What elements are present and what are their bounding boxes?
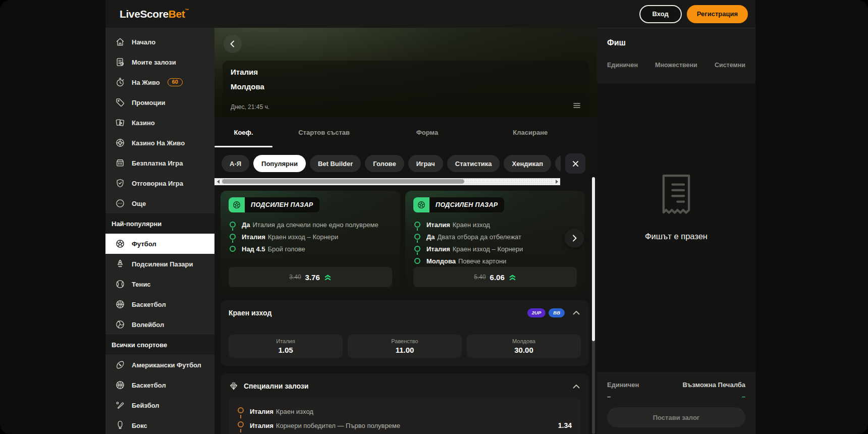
old-odds: 5.40 bbox=[474, 274, 485, 281]
boosted-odds-button[interactable]: 5.40 6.06 bbox=[413, 267, 577, 287]
american-football-icon bbox=[115, 360, 125, 370]
scrollbar-thumb[interactable] bbox=[222, 179, 464, 184]
market-header: Краен изход 2UP BB bbox=[229, 308, 581, 317]
sidebar-item-basketball-all[interactable]: Баскетбол bbox=[105, 375, 214, 395]
chip-halftime[interactable]: Полувреме bbox=[555, 155, 561, 172]
odds-boost-icon bbox=[509, 274, 516, 281]
selection: ИталияКраен изход – Корнери bbox=[229, 231, 392, 243]
boosted-badge-label: ПОДСИЛЕН ПАЗАР bbox=[245, 197, 319, 212]
betslip-tab-system[interactable]: Системни bbox=[715, 62, 745, 69]
scrollbar-track[interactable] bbox=[222, 178, 553, 185]
livescorebet-app: LiveScoreBet™ Вход Регистрация Начало Мо… bbox=[105, 0, 755, 434]
sidebar-item-boosted-markets[interactable]: Подсилени Пазари bbox=[105, 254, 214, 274]
chip-popular[interactable]: Популярни bbox=[253, 155, 306, 172]
match-header-card: Италия Молдова Днес, 21:45 ч. bbox=[223, 61, 589, 117]
odds-button-home[interactable]: Италия 1.05 bbox=[229, 335, 343, 358]
place-bet-button[interactable]: Постави залог bbox=[607, 407, 745, 427]
special-bet-card[interactable]: ИталияКраен изход ИталияКорнери победите… bbox=[229, 398, 581, 434]
scroll-left-arrow[interactable] bbox=[214, 178, 222, 185]
sidebar-item-home[interactable]: Начало bbox=[105, 32, 214, 52]
betslip-tab-multiple[interactable]: Множествени bbox=[655, 62, 697, 69]
sidebar-item-tennis[interactable]: Тенис bbox=[105, 274, 214, 294]
specials-header: Специални залози bbox=[229, 381, 581, 391]
carousel-next-button[interactable] bbox=[565, 229, 584, 248]
markets-content: ПОДСИЛЕН ПАЗАР ДаИталия да спечели поне … bbox=[214, 191, 597, 434]
tab-form[interactable]: Форма bbox=[375, 117, 478, 147]
chip-goals[interactable]: Голове bbox=[365, 155, 404, 172]
chip-player[interactable]: Играч bbox=[408, 155, 443, 172]
sidebar-item-label: Отговорна Игра bbox=[132, 180, 183, 187]
sidebar-item-basketball[interactable]: Баскетбол bbox=[105, 294, 214, 314]
collapse-market-button[interactable] bbox=[572, 308, 581, 317]
match-options-button[interactable] bbox=[572, 101, 582, 111]
close-icon bbox=[572, 160, 579, 168]
tab-lineups[interactable]: Стартов състав bbox=[273, 117, 375, 147]
odds-button-draw[interactable]: Равенство 11.00 bbox=[348, 335, 462, 358]
sidebar-item-label: Начало bbox=[132, 38, 155, 46]
match-tabs: Коеф. Стартов състав Форма Класиране bbox=[214, 117, 597, 147]
sidebar-item-boxing[interactable]: Бокс bbox=[105, 415, 214, 434]
selection-pick: Да bbox=[242, 221, 250, 229]
selection-market: Двата отбора да отбележат bbox=[438, 233, 522, 241]
sidebar-item-live[interactable]: На Живо 60 bbox=[105, 72, 214, 92]
collapse-specials-button[interactable] bbox=[572, 382, 581, 391]
boxing-icon bbox=[115, 420, 125, 430]
sidebar-item-my-bets[interactable]: Моите залози bbox=[105, 52, 214, 72]
odds-value: 1.05 bbox=[278, 346, 293, 354]
chip-bet-builder[interactable]: Bet Builder bbox=[310, 155, 361, 172]
sidebar-item-more[interactable]: Още bbox=[105, 193, 214, 213]
more-icon bbox=[115, 198, 125, 208]
odds-label: Италия bbox=[276, 338, 295, 344]
vertical-scrollbar-thumb[interactable] bbox=[592, 177, 595, 341]
selection-pick: Да bbox=[426, 233, 435, 241]
tab-odds[interactable]: Коеф. bbox=[214, 117, 273, 147]
selection-pick: Италия bbox=[250, 408, 274, 415]
sidebar-item-label: Бокс bbox=[132, 422, 147, 429]
sidebar-item-live-casino[interactable]: Казино На Живо bbox=[105, 133, 214, 153]
sidebar-item-baseball[interactable]: Бейзбол bbox=[105, 395, 214, 415]
selection-market: Брой голове bbox=[268, 245, 305, 253]
betslip-tab-single[interactable]: Единичен bbox=[607, 62, 638, 69]
top-bar: LiveScoreBet™ Вход Регистрация bbox=[105, 0, 755, 28]
selection: ИталияКраен изход bbox=[237, 404, 573, 418]
boosted-market-card-1: ПОДСИЛЕН ПАЗАР ДаИталия да спечели поне … bbox=[221, 191, 400, 294]
sidebar-item-casino[interactable]: Казино bbox=[105, 113, 214, 133]
baseball-icon bbox=[115, 400, 125, 410]
odds-button-away[interactable]: Молдова 30.00 bbox=[467, 335, 581, 358]
login-button[interactable]: Вход bbox=[639, 5, 682, 23]
badge-bet-builder: BB bbox=[549, 308, 565, 317]
sidebar-item-responsible-game[interactable]: Отговорна Игра bbox=[105, 173, 214, 193]
bet-builder-selections: ИталияКраен изход ДаДвата отбора да отбе… bbox=[413, 219, 577, 267]
boosted-market-card-2: ПОДСИЛЕН ПАЗАР ИталияКраен изход ДаДвата… bbox=[405, 191, 585, 294]
sidebar-item-football[interactable]: Футбол bbox=[105, 234, 214, 254]
boosted-odds-button[interactable]: 3.40 3.76 bbox=[229, 267, 392, 287]
boosted-odds: 6.06 bbox=[490, 273, 505, 282]
register-button[interactable]: Регистрация bbox=[687, 5, 748, 23]
app-window: LiveScoreBet™ Вход Регистрация Начало Мо… bbox=[0, 0, 868, 434]
selection: ИталияКраен изход bbox=[413, 219, 577, 231]
chips-close-button[interactable] bbox=[565, 153, 585, 174]
bet-slip-empty-state: Фишът е празен bbox=[597, 83, 755, 372]
chevron-left-icon bbox=[229, 40, 237, 48]
sidebar-item-free-game[interactable]: Безплатна Игра bbox=[105, 153, 214, 173]
sidebar-item-label: Волейбол bbox=[132, 321, 164, 329]
chip-handicap[interactable]: Хендикап bbox=[504, 155, 551, 172]
sidebar-item-label: Подсилени Пазари bbox=[132, 260, 193, 268]
selection-market: Краен изход bbox=[276, 408, 313, 415]
odds-label: Равенство bbox=[391, 338, 418, 344]
scroll-right-arrow[interactable] bbox=[553, 178, 560, 185]
vertical-scrollbar[interactable] bbox=[592, 177, 595, 434]
market-title: Краен изход bbox=[229, 309, 272, 317]
sidebar-item-american-football[interactable]: Американски Футбол bbox=[105, 355, 214, 375]
chip-az[interactable]: А-Я bbox=[222, 155, 249, 172]
back-button[interactable] bbox=[224, 35, 242, 53]
tab-standings[interactable]: Класиране bbox=[479, 117, 582, 147]
horizontal-scrollbar[interactable] bbox=[214, 178, 560, 185]
boosted-market-badge: ПОДСИЛЕН ПАЗАР bbox=[229, 197, 392, 212]
menu-icon bbox=[573, 102, 581, 108]
sidebar-item-volleyball[interactable]: Волейбол bbox=[105, 314, 214, 335]
sidebar-item-promotions[interactable]: Промоции bbox=[105, 92, 214, 113]
chip-statistics[interactable]: Статистика bbox=[447, 155, 500, 172]
logo[interactable]: LiveScoreBet™ bbox=[120, 8, 189, 20]
selection-market: Италия да спечели поне едно полувреме bbox=[253, 221, 378, 229]
